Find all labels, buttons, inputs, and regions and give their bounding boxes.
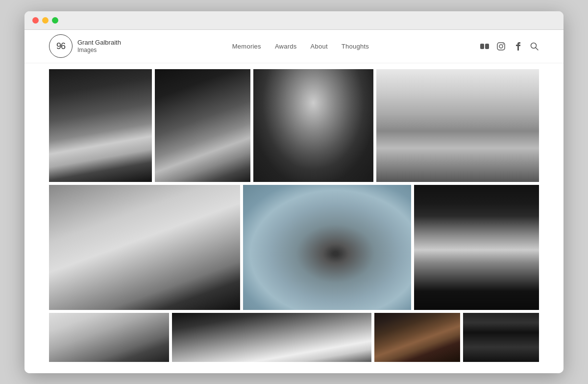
browser-chrome xyxy=(24,11,564,30)
nav-about[interactable]: About xyxy=(311,43,328,50)
nav-memories[interactable]: Memories xyxy=(232,43,261,50)
search-icon[interactable] xyxy=(530,42,539,51)
gallery-photo-r3c3[interactable] xyxy=(374,313,460,362)
logo-text-group: Grant Galbraith Images xyxy=(77,39,121,54)
site-sub: Images xyxy=(77,47,121,53)
flickr-icon[interactable] xyxy=(480,42,489,51)
photo-grid xyxy=(24,63,564,362)
gallery-photo-r2c3[interactable] xyxy=(414,185,539,310)
svg-rect-2 xyxy=(497,43,505,50)
gallery-row-2 xyxy=(49,185,539,310)
gallery-row-3 xyxy=(49,313,539,362)
traffic-lights xyxy=(32,17,58,24)
traffic-light-minimize[interactable] xyxy=(42,17,49,24)
site-name: Grant Galbraith xyxy=(77,39,121,47)
gallery-row-1 xyxy=(49,69,539,182)
gallery-photo-r1c3[interactable] xyxy=(253,69,373,182)
page-content: 96 Grant Galbraith Images Memories Award… xyxy=(24,30,564,373)
site-header: 96 Grant Galbraith Images Memories Award… xyxy=(24,30,564,63)
svg-rect-0 xyxy=(480,44,484,49)
svg-rect-1 xyxy=(485,44,489,49)
gallery-photo-r3c4[interactable] xyxy=(463,313,539,362)
gallery-photo-r2c1[interactable] xyxy=(49,185,240,310)
svg-point-4 xyxy=(503,44,504,45)
header-icons xyxy=(480,42,539,51)
svg-line-6 xyxy=(536,48,538,50)
gallery-photo-r1c4[interactable] xyxy=(376,69,539,182)
logo-circle: 96 xyxy=(49,34,73,58)
gallery-photo-r1c2[interactable] xyxy=(155,69,250,182)
main-nav: Memories Awards About Thoughts xyxy=(232,43,369,50)
gallery-photo-r3c1[interactable] xyxy=(49,313,169,362)
traffic-light-close[interactable] xyxy=(32,17,39,24)
facebook-icon[interactable] xyxy=(514,42,522,51)
gallery-photo-r1c1[interactable] xyxy=(49,69,152,182)
logo-area[interactable]: 96 Grant Galbraith Images xyxy=(49,34,121,58)
traffic-light-fullscreen[interactable] xyxy=(52,17,58,24)
nav-awards[interactable]: Awards xyxy=(275,43,297,50)
gallery-photo-r3c2[interactable] xyxy=(172,313,371,362)
instagram-icon[interactable] xyxy=(497,42,506,51)
nav-thoughts[interactable]: Thoughts xyxy=(342,43,369,50)
gallery-photo-r2c2[interactable] xyxy=(243,185,411,310)
svg-point-3 xyxy=(499,45,503,48)
browser-window: 96 Grant Galbraith Images Memories Award… xyxy=(24,11,564,373)
logo-symbol: 96 xyxy=(56,41,65,51)
